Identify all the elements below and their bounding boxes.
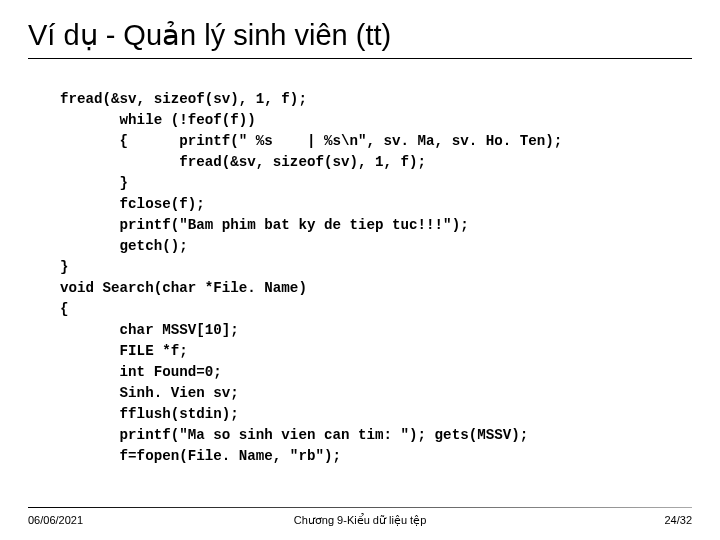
code-block: fread(&sv, sizeof(sv), 1, f); while (!fe… [28, 89, 692, 467]
footer: 06/06/2021 Chương 9-Kiểu dữ liệu tệp 24/… [0, 514, 720, 526]
footer-rule [28, 507, 692, 508]
slide: Ví dụ - Quản lý sinh viên (tt) fread(&sv… [0, 0, 720, 540]
footer-date: 06/06/2021 [28, 514, 83, 526]
footer-page-number: 24/32 [664, 514, 692, 526]
footer-chapter: Chương 9-Kiểu dữ liệu tệp [294, 514, 427, 527]
page-title: Ví dụ - Quản lý sinh viên (tt) [28, 18, 692, 59]
